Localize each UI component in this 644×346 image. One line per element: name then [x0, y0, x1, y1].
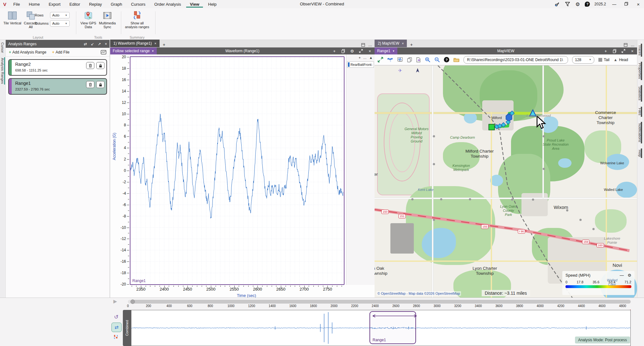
menu-home[interactable]: Home [25, 1, 44, 8]
add-file-button[interactable]: +Add File [52, 50, 69, 54]
menu-file[interactable]: File [9, 1, 24, 8]
left-tab-analysis-ranges[interactable]: Analysis Ranges [0, 55, 5, 86]
right-tab-files[interactable]: Files [637, 105, 642, 118]
more-options-icon[interactable]: … [368, 43, 372, 47]
expand-icon[interactable] [621, 49, 626, 53]
license-key-icon[interactable] [554, 1, 560, 7]
rows-select[interactable]: Auto▼ [50, 12, 70, 18]
map-canvas[interactable]: ✈ © OpenStreetMap - Map data ©2026 OpenS… [375, 65, 637, 298]
tab-waveform[interactable]: 1) Waveform (Range1)× [110, 40, 160, 47]
waveform-plot[interactable]: Range1 [130, 56, 344, 285]
menu-editor[interactable]: Editor [66, 1, 84, 8]
waveform-link-icon[interactable] [397, 57, 403, 62]
menu-view[interactable]: View [186, 1, 203, 8]
range-card-range1[interactable]: Range1 2327.59 - 2780.76 sec [8, 78, 107, 95]
map-range-button[interactable]: Range1▼ [375, 47, 397, 54]
menu-help[interactable]: Help [204, 1, 220, 8]
export-icon[interactable] [416, 57, 421, 62]
delete-range-button[interactable] [86, 81, 94, 88]
more-options-icon[interactable]: … [631, 43, 635, 47]
zoom-in-icon[interactable] [425, 57, 430, 62]
new-window-icon[interactable] [361, 43, 365, 47]
close-button[interactable]: × [635, 2, 642, 7]
menu-cursors[interactable]: Cursors [127, 1, 149, 8]
view-gps-data-button[interactable]: View GPS Data [79, 11, 98, 29]
head-toggle[interactable]: ▲ Head [614, 58, 628, 62]
timeline-range-selection[interactable]: Range1 [369, 311, 416, 344]
summary-chart-icon[interactable] [101, 50, 106, 54]
lock-range-button[interactable] [96, 62, 104, 69]
map-help-icon[interactable]: ? [444, 57, 449, 62]
new-tab-button[interactable]: + [407, 42, 416, 47]
settings-gear-icon[interactable]: ⚙ [575, 1, 580, 7]
recording-path-field[interactable]: R:\Shares\Recordings\2023-03-01-ONE Detr… [464, 56, 568, 64]
left-tab-cursor[interactable]: Cursor [0, 40, 5, 55]
graph-settings-gear-icon[interactable]: ⚙ [350, 49, 354, 53]
close-tab-icon[interactable]: × [402, 41, 404, 45]
copy-icon[interactable] [341, 49, 345, 53]
tile-vertical-button[interactable]: Tile Vertical [3, 11, 22, 25]
scrollbar-knob[interactable] [130, 299, 135, 304]
expand-icon[interactable] [359, 49, 363, 53]
loop-playback-button[interactable]: ⇄ [111, 323, 122, 332]
restore-button[interactable] [622, 2, 630, 7]
close-graph-icon[interactable]: × [368, 49, 372, 53]
copy-map-icon[interactable] [407, 57, 412, 62]
legend-collapse-icon[interactable]: ▲ [369, 56, 373, 60]
scrollbar-thumb[interactable] [132, 300, 631, 304]
x-tick [220, 286, 221, 287]
columns-select[interactable]: Auto▼ [50, 20, 70, 27]
map-attribution[interactable]: © OpenStreetMap - Map data ©2026 OpenStr… [376, 291, 461, 296]
overview-waveform[interactable]: Range1 [131, 310, 631, 346]
menu-order-analysis[interactable]: Order Analysis [150, 1, 185, 8]
menu-graph[interactable]: Graph [107, 1, 126, 8]
tail-toggle[interactable]: Tail [598, 58, 609, 62]
new-tab-button[interactable]: + [160, 42, 168, 47]
filter-icon[interactable] [565, 1, 570, 7]
delete-range-button[interactable] [86, 62, 94, 69]
collapse-legend-icon[interactable]: — [620, 273, 624, 278]
tab-mapview[interactable]: 2) MapVIEW× [375, 40, 407, 47]
dock-up-icon[interactable]: ↗ [98, 42, 101, 46]
copy-icon[interactable] [612, 49, 617, 53]
lock-range-button[interactable] [96, 81, 104, 88]
zoom-out-icon[interactable] [434, 57, 440, 62]
legend-item[interactable]: RearBattFront- [347, 61, 374, 68]
right-tab-properties[interactable]: Properties [637, 60, 642, 81]
close-tab-icon[interactable]: × [155, 41, 156, 45]
channel-tab-combined[interactable]: Combined [123, 310, 131, 346]
open-folder-icon[interactable] [453, 57, 459, 62]
dock-down-icon[interactable]: ↙ [91, 42, 94, 46]
help-icon[interactable]: ? [585, 2, 590, 7]
legend-more-icon[interactable]: … [363, 56, 367, 60]
swap-panel-icon[interactable]: ⇄ [84, 42, 87, 46]
points-count-select[interactable]: 128▼ [572, 56, 594, 64]
fit-map-icon[interactable] [378, 57, 383, 62]
new-window-icon[interactable] [624, 43, 628, 47]
close-graph-icon[interactable]: × [630, 49, 635, 53]
minimize-button[interactable]: — [610, 2, 618, 7]
horizontal-scrollbar[interactable] [128, 300, 631, 304]
menu-replay[interactable]: Replay [85, 1, 105, 8]
add-graph-icon[interactable]: + [332, 49, 337, 53]
gps-satellite-icon[interactable]: ? [387, 57, 393, 62]
add-graph-icon[interactable]: + [603, 49, 608, 53]
range-card-range2[interactable]: Range2 698.58 - 1151.25 sec [8, 59, 107, 76]
range-resize-arrows[interactable] [372, 314, 417, 318]
legend-add-icon[interactable]: + [359, 56, 361, 60]
right-tab-statistics[interactable]: Statistics [637, 84, 642, 103]
right-tab-notifications[interactable]: Notifications [637, 121, 642, 145]
add-analysis-range-button[interactable]: +Add Analysis Range [9, 50, 46, 54]
show-all-analysis-ranges-button[interactable]: Show all analysis ranges [124, 11, 150, 29]
close-panel-icon[interactable]: × [105, 42, 107, 46]
reset-zoom-icon[interactable]: ↺ [114, 314, 118, 320]
multimedia-sync-button[interactable]: Multimedia Sync [98, 11, 117, 29]
right-tab-help[interactable]: Help [637, 147, 642, 160]
legend-settings-gear-icon[interactable]: ⚙ [628, 273, 631, 278]
show-ranges-mini-icon[interactable] [113, 335, 118, 339]
follow-selected-range-button[interactable]: Follow selected range▼ [110, 47, 157, 54]
right-tab-traces[interactable]: Traces [637, 42, 642, 58]
menu-export[interactable]: Export [45, 1, 65, 8]
right-dock-strip: TracesPropertiesStatisticsFilesNotificat… [637, 40, 644, 298]
play-button[interactable]: ▶ [113, 299, 117, 304]
